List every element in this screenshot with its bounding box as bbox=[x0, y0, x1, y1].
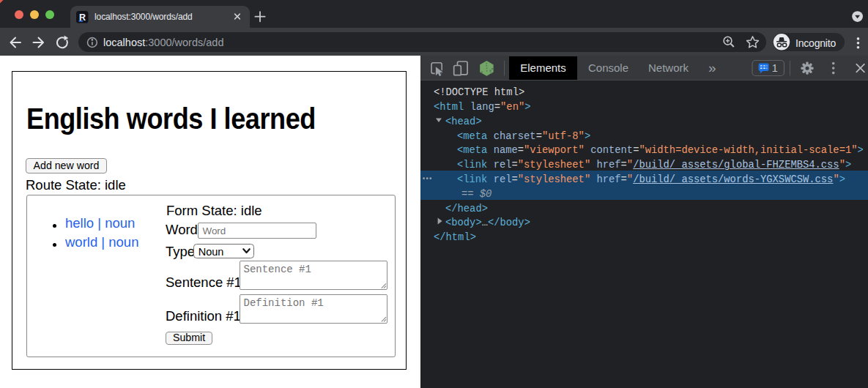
svg-text:1: 1 bbox=[772, 62, 778, 74]
